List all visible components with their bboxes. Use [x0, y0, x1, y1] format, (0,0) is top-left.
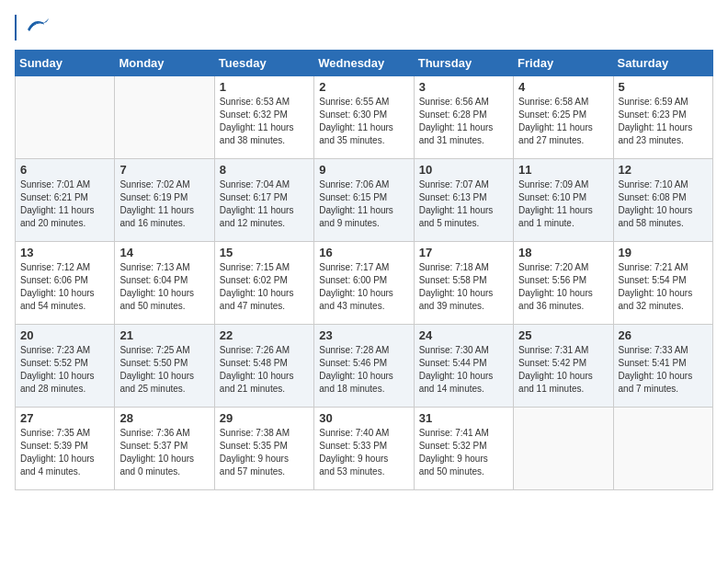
day-header-friday: Friday — [514, 51, 613, 76]
day-header-thursday: Thursday — [414, 51, 513, 76]
calendar-cell: 16Sunrise: 7:17 AM Sunset: 6:00 PM Dayli… — [314, 242, 414, 325]
cell-detail: Sunrise: 6:58 AM Sunset: 6:25 PM Dayligh… — [518, 96, 608, 147]
day-number: 4 — [518, 80, 608, 94]
cell-detail: Sunrise: 6:59 AM Sunset: 6:23 PM Dayligh… — [619, 96, 708, 147]
cell-detail: Sunrise: 7:30 AM Sunset: 5:44 PM Dayligh… — [419, 344, 508, 396]
day-number: 16 — [319, 246, 408, 259]
cell-detail: Sunrise: 6:53 AM Sunset: 6:32 PM Dayligh… — [220, 96, 309, 147]
calendar-cell — [115, 76, 214, 159]
day-number: 29 — [220, 411, 309, 425]
day-number: 23 — [319, 328, 408, 342]
calendar-cell: 14Sunrise: 7:13 AM Sunset: 6:04 PM Dayli… — [115, 242, 214, 325]
week-row-3: 20Sunrise: 7:23 AM Sunset: 5:52 PM Dayli… — [16, 325, 713, 408]
day-number: 14 — [119, 246, 209, 259]
calendar-cell: 26Sunrise: 7:33 AM Sunset: 5:41 PM Dayli… — [613, 325, 712, 408]
calendar-cell — [514, 408, 613, 490]
calendar-cell: 3Sunrise: 6:56 AM Sunset: 6:28 PM Daylig… — [414, 76, 513, 159]
calendar-cell — [16, 76, 115, 159]
cell-detail: Sunrise: 7:20 AM Sunset: 5:56 PM Dayligh… — [518, 261, 608, 313]
day-number: 18 — [518, 246, 608, 259]
calendar-cell: 13Sunrise: 7:12 AM Sunset: 6:06 PM Dayli… — [16, 242, 115, 325]
day-header-tuesday: Tuesday — [214, 51, 313, 76]
day-number: 24 — [419, 328, 508, 342]
calendar-cell: 28Sunrise: 7:36 AM Sunset: 5:37 PM Dayli… — [115, 408, 214, 490]
day-number: 21 — [119, 328, 209, 342]
day-number: 10 — [419, 163, 508, 177]
calendar-cell: 17Sunrise: 7:18 AM Sunset: 5:58 PM Dayli… — [414, 242, 513, 325]
cell-detail: Sunrise: 7:28 AM Sunset: 5:46 PM Dayligh… — [319, 344, 408, 396]
calendar-cell: 22Sunrise: 7:26 AM Sunset: 5:48 PM Dayli… — [214, 325, 313, 408]
day-number: 28 — [119, 411, 209, 425]
week-row-2: 13Sunrise: 7:12 AM Sunset: 6:06 PM Dayli… — [16, 242, 713, 325]
cell-detail: Sunrise: 7:41 AM Sunset: 5:32 PM Dayligh… — [419, 427, 508, 478]
calendar-cell: 30Sunrise: 7:40 AM Sunset: 5:33 PM Dayli… — [314, 408, 414, 490]
cell-detail: Sunrise: 7:07 AM Sunset: 6:13 PM Dayligh… — [419, 178, 508, 230]
logo — [15, 15, 50, 40]
calendar-table: SundayMondayTuesdayWednesdayThursdayFrid… — [15, 50, 713, 490]
cell-detail: Sunrise: 7:13 AM Sunset: 6:04 PM Dayligh… — [119, 261, 209, 313]
calendar-cell: 10Sunrise: 7:07 AM Sunset: 6:13 PM Dayli… — [414, 159, 513, 242]
calendar-cell: 4Sunrise: 6:58 AM Sunset: 6:25 PM Daylig… — [514, 76, 613, 159]
day-number: 15 — [220, 246, 309, 259]
calendar-cell: 24Sunrise: 7:30 AM Sunset: 5:44 PM Dayli… — [414, 325, 513, 408]
day-number: 7 — [119, 163, 209, 177]
cell-detail: Sunrise: 6:55 AM Sunset: 6:30 PM Dayligh… — [319, 96, 408, 147]
day-number: 19 — [619, 246, 708, 259]
cell-detail: Sunrise: 7:18 AM Sunset: 5:58 PM Dayligh… — [419, 261, 508, 313]
cell-detail: Sunrise: 7:17 AM Sunset: 6:00 PM Dayligh… — [319, 261, 408, 313]
cell-detail: Sunrise: 7:21 AM Sunset: 5:54 PM Dayligh… — [619, 261, 708, 313]
calendar-cell: 25Sunrise: 7:31 AM Sunset: 5:42 PM Dayli… — [514, 325, 613, 408]
cell-detail: Sunrise: 7:15 AM Sunset: 6:02 PM Dayligh… — [220, 261, 309, 313]
cell-detail: Sunrise: 7:12 AM Sunset: 6:06 PM Dayligh… — [20, 261, 109, 313]
cell-detail: Sunrise: 6:56 AM Sunset: 6:28 PM Dayligh… — [419, 96, 508, 147]
day-number: 12 — [619, 163, 708, 177]
day-number: 6 — [20, 163, 109, 177]
day-number: 27 — [20, 411, 109, 425]
day-number: 8 — [220, 163, 309, 177]
day-number: 9 — [319, 163, 408, 177]
calendar-cell: 31Sunrise: 7:41 AM Sunset: 5:32 PM Dayli… — [414, 408, 513, 490]
calendar-cell — [613, 408, 712, 490]
day-headers-row: SundayMondayTuesdayWednesdayThursdayFrid… — [16, 51, 713, 76]
calendar-cell: 8Sunrise: 7:04 AM Sunset: 6:17 PM Daylig… — [214, 159, 313, 242]
day-header-sunday: Sunday — [16, 51, 115, 76]
calendar-cell: 6Sunrise: 7:01 AM Sunset: 6:21 PM Daylig… — [16, 159, 115, 242]
calendar-cell: 27Sunrise: 7:35 AM Sunset: 5:39 PM Dayli… — [16, 408, 115, 490]
day-number: 1 — [220, 80, 309, 94]
cell-detail: Sunrise: 7:31 AM Sunset: 5:42 PM Dayligh… — [518, 344, 608, 396]
cell-detail: Sunrise: 7:25 AM Sunset: 5:50 PM Dayligh… — [119, 344, 209, 396]
calendar-cell: 15Sunrise: 7:15 AM Sunset: 6:02 PM Dayli… — [214, 242, 313, 325]
week-row-4: 27Sunrise: 7:35 AM Sunset: 5:39 PM Dayli… — [16, 408, 713, 490]
cell-detail: Sunrise: 7:23 AM Sunset: 5:52 PM Dayligh… — [20, 344, 109, 396]
day-header-monday: Monday — [115, 51, 214, 76]
calendar-cell: 19Sunrise: 7:21 AM Sunset: 5:54 PM Dayli… — [613, 242, 712, 325]
cell-detail: Sunrise: 7:04 AM Sunset: 6:17 PM Dayligh… — [220, 178, 309, 230]
day-number: 17 — [419, 246, 508, 259]
cell-detail: Sunrise: 7:10 AM Sunset: 6:08 PM Dayligh… — [619, 178, 708, 230]
day-number: 25 — [518, 328, 608, 342]
cell-detail: Sunrise: 7:06 AM Sunset: 6:15 PM Dayligh… — [319, 178, 408, 230]
day-number: 20 — [20, 328, 109, 342]
day-number: 26 — [619, 328, 708, 342]
cell-detail: Sunrise: 7:36 AM Sunset: 5:37 PM Dayligh… — [119, 427, 209, 478]
day-number: 2 — [319, 80, 408, 94]
day-number: 5 — [619, 80, 708, 94]
day-number: 13 — [20, 246, 109, 259]
day-header-saturday: Saturday — [613, 51, 712, 76]
calendar-cell: 12Sunrise: 7:10 AM Sunset: 6:08 PM Dayli… — [613, 159, 712, 242]
cell-detail: Sunrise: 7:02 AM Sunset: 6:19 PM Dayligh… — [119, 178, 209, 230]
calendar-cell: 11Sunrise: 7:09 AM Sunset: 6:10 PM Dayli… — [514, 159, 613, 242]
calendar-cell: 5Sunrise: 6:59 AM Sunset: 6:23 PM Daylig… — [613, 76, 712, 159]
day-number: 11 — [518, 163, 608, 177]
cell-detail: Sunrise: 7:33 AM Sunset: 5:41 PM Dayligh… — [619, 344, 708, 396]
calendar-cell: 1Sunrise: 6:53 AM Sunset: 6:32 PM Daylig… — [214, 76, 313, 159]
calendar-cell: 7Sunrise: 7:02 AM Sunset: 6:19 PM Daylig… — [115, 159, 214, 242]
cell-detail: Sunrise: 7:40 AM Sunset: 5:33 PM Dayligh… — [319, 427, 408, 478]
cell-detail: Sunrise: 7:26 AM Sunset: 5:48 PM Dayligh… — [220, 344, 309, 396]
day-number: 3 — [419, 80, 508, 94]
day-number: 22 — [220, 328, 309, 342]
page-header — [15, 15, 713, 40]
cell-detail: Sunrise: 7:09 AM Sunset: 6:10 PM Dayligh… — [518, 178, 608, 230]
cell-detail: Sunrise: 7:35 AM Sunset: 5:39 PM Dayligh… — [20, 427, 109, 478]
cell-detail: Sunrise: 7:01 AM Sunset: 6:21 PM Dayligh… — [20, 178, 109, 230]
